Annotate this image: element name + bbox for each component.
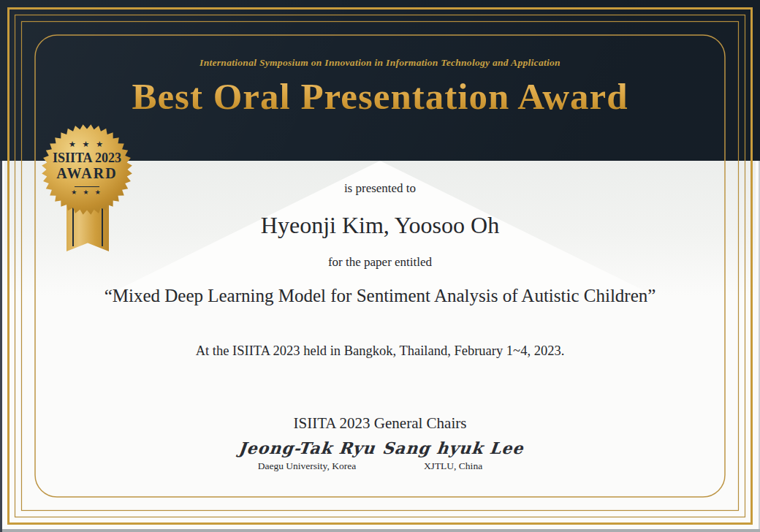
award-medal-badge: ★ ★ ★ ISIITA 2023 AWARD ★ ★ ★ <box>42 124 132 215</box>
paper-title: “Mixed Deep Learning Model for Sentiment… <box>95 281 665 310</box>
general-chairs-label: ISIITA 2023 General Chairs <box>0 414 760 433</box>
signature-block-right: Sang hyuk Lee XJTLU, China <box>380 438 526 472</box>
signature-jeong-tak-ryu: Jeong-Tak Ryu <box>233 438 381 457</box>
signature-block-left: Jeong-Tak Ryu Daegu University, Korea <box>234 438 380 472</box>
affiliation-left: Daegu University, Korea <box>234 460 380 472</box>
recipient-names: Hyeonji Kim, Yoosoo Oh <box>0 212 760 239</box>
signature-sang-hyuk-lee: Sang hyuk Lee <box>379 438 528 457</box>
affiliation-right: XJTLU, China <box>380 460 526 472</box>
certificate-page: International Symposium on Innovation in… <box>0 0 760 532</box>
badge-title-line1: ISIITA 2023 <box>42 151 132 166</box>
badge-stars-bottom: ★ ★ ★ <box>42 189 132 196</box>
badge-divider <box>75 186 99 187</box>
paper-entitled-label: for the paper entitled <box>0 255 760 270</box>
symposium-subtitle: International Symposium on Innovation in… <box>0 57 760 69</box>
event-details-line: At the ISIITA 2023 held in Bangkok, Thai… <box>0 343 760 359</box>
award-title: Best Oral Presentation Award <box>0 75 760 118</box>
badge-stars-top: ★ ★ ★ <box>42 140 132 149</box>
signatures-row: Jeong-Tak Ryu Daegu University, Korea Sa… <box>234 438 526 472</box>
badge-title-line2: AWARD <box>42 165 132 182</box>
